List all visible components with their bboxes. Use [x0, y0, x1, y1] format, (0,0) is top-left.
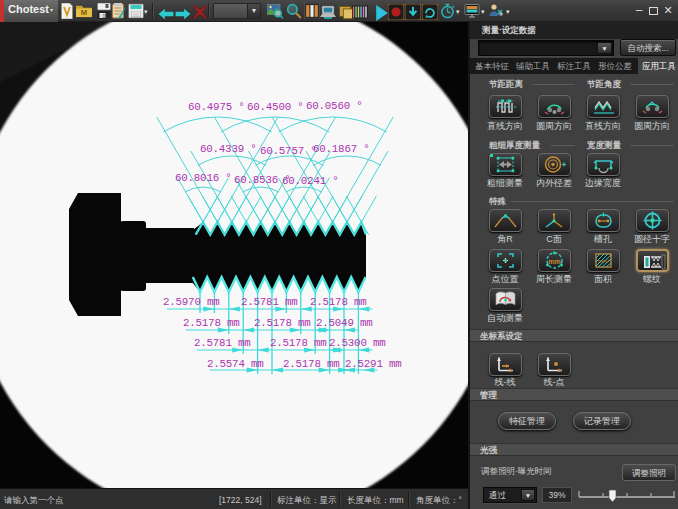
- svg-text:2.5291 mm: 2.5291 mm: [345, 358, 402, 370]
- svg-text:60.1867 °: 60.1867 °: [313, 143, 370, 155]
- svg-text:60.8016 °: 60.8016 °: [175, 172, 232, 184]
- svg-text:60.0241 °: 60.0241 °: [282, 175, 339, 187]
- svg-text:2.5970 mm: 2.5970 mm: [163, 296, 220, 308]
- svg-text:2.5300 mm: 2.5300 mm: [329, 337, 386, 349]
- svg-text:2.5781 mm: 2.5781 mm: [194, 337, 251, 349]
- svg-text:2.5781 mm: 2.5781 mm: [241, 296, 298, 308]
- svg-text:60.0560 °: 60.0560 °: [306, 100, 363, 112]
- svg-text:2.5574 mm: 2.5574 mm: [207, 358, 264, 370]
- svg-text:2.5178 mm: 2.5178 mm: [310, 296, 367, 308]
- svg-text:2.5049 mm: 2.5049 mm: [316, 317, 373, 329]
- svg-text:mm: mm: [548, 258, 560, 265]
- svg-text:mm²: mm²: [598, 258, 609, 264]
- svg-text:2.5178 mm: 2.5178 mm: [283, 358, 340, 370]
- svg-text:M: M: [81, 8, 87, 17]
- svg-text:2.5178 mm: 2.5178 mm: [270, 337, 327, 349]
- svg-text:2.5178 mm: 2.5178 mm: [183, 317, 240, 329]
- svg-text:2.5178 mm: 2.5178 mm: [254, 317, 311, 329]
- svg-text:60.5757 °: 60.5757 °: [260, 145, 317, 157]
- svg-text:60.4975 °: 60.4975 °: [188, 101, 245, 113]
- svg-text:60.4339 °: 60.4339 °: [200, 143, 257, 155]
- svg-text:01: 01: [103, 14, 109, 19]
- svg-text:60.4500 °: 60.4500 °: [247, 101, 304, 113]
